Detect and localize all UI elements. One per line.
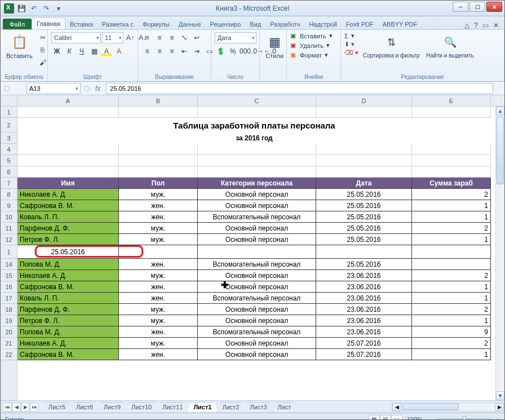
cell[interactable]: Основной персонал	[198, 281, 316, 293]
tab-home[interactable]: Главная	[32, 17, 65, 29]
cell[interactable]: 1	[412, 281, 491, 293]
window-restore-icon[interactable]: ▭	[482, 21, 489, 29]
cell[interactable]: Петров Ф. Л.	[17, 234, 119, 245]
cell[interactable]	[198, 155, 316, 166]
cell[interactable]: Сафронова В. М.	[17, 349, 119, 360]
row-header[interactable]: 21	[1, 338, 17, 349]
comma-icon[interactable]: 000	[240, 46, 251, 57]
view-layout-icon[interactable]: ▤	[380, 415, 391, 421]
cell[interactable]	[119, 144, 198, 155]
fx-icon[interactable]: fx	[95, 85, 100, 92]
percent-icon[interactable]: %	[227, 46, 238, 57]
view-normal-icon[interactable]: ▦	[369, 415, 380, 421]
tab-data[interactable]: Данные	[174, 19, 206, 29]
cell[interactable]: Основной персонал	[198, 234, 316, 245]
cell[interactable]	[198, 107, 316, 118]
scroll-thumb[interactable]	[497, 117, 504, 184]
sheet-tab[interactable]: Лист8	[70, 402, 99, 412]
insert-cells-button[interactable]: ▣ Вставить ▾	[290, 32, 333, 39]
row-header[interactable]: 7	[1, 178, 17, 189]
cell[interactable]	[17, 155, 119, 166]
row-header[interactable]: 11	[1, 223, 17, 234]
cell[interactable]: Сафронова В. М.	[17, 281, 119, 293]
cell[interactable]: Основной персонал	[198, 349, 316, 360]
row-header[interactable]: 14	[1, 259, 17, 270]
row-header[interactable]: 4	[1, 144, 17, 155]
cell[interactable]: 25.07.2016	[316, 338, 412, 349]
view-pagebreak-icon[interactable]: ▭	[391, 415, 402, 421]
cell[interactable]: 9	[412, 326, 491, 338]
row-header[interactable]: 1	[1, 107, 17, 118]
bold-button[interactable]: Ж	[51, 46, 63, 57]
cell[interactable]	[119, 155, 198, 166]
file-tab[interactable]: Файл	[3, 19, 32, 29]
sheet-tab[interactable]: Лист11	[156, 402, 189, 412]
cell[interactable]	[17, 166, 119, 178]
row-header[interactable]: 12	[1, 234, 17, 245]
zoom-in-button[interactable]: +	[497, 416, 500, 421]
tab-formulas[interactable]: Формулы	[138, 19, 174, 29]
tab-developer[interactable]: Разработч	[265, 19, 304, 29]
cell[interactable]	[17, 107, 119, 118]
cell[interactable]: Имя	[17, 178, 119, 189]
row-header[interactable]: 6	[1, 166, 17, 178]
grow-font-icon[interactable]: A↑	[125, 32, 136, 43]
align-top-icon[interactable]: ≡	[141, 32, 153, 43]
format-cells-button[interactable]: ▣ Формат ▾	[290, 51, 328, 59]
align-center-icon[interactable]: ≡	[154, 46, 165, 57]
cell[interactable]: 25.05.2016	[316, 234, 412, 245]
cell[interactable]: 2	[412, 338, 491, 349]
row-header[interactable]: 9	[1, 200, 17, 211]
cell[interactable]: 25.05.2016	[316, 211, 412, 223]
tab-review[interactable]: Рецензиро	[206, 19, 246, 29]
underline-button[interactable]: Ч	[76, 46, 87, 57]
cell[interactable]	[316, 144, 412, 155]
cell[interactable]: Вспомогательный персонал	[198, 259, 316, 270]
row-header[interactable]: 16	[1, 281, 17, 293]
cell[interactable]: жен.	[119, 259, 198, 270]
cell[interactable]	[119, 107, 198, 118]
cell[interactable]	[316, 107, 412, 118]
fill-color-icon[interactable]: A	[101, 46, 112, 57]
qat-dropdown-icon[interactable]: ▾	[54, 3, 64, 14]
sort-filter-button[interactable]: ⇅Сортировка и фильтр	[361, 32, 422, 60]
tab-nav-first-icon[interactable]: ⏮	[3, 403, 12, 412]
cell[interactable]	[119, 245, 198, 259]
cell[interactable]: Сумма зараб	[412, 178, 491, 189]
cell[interactable]: муж.	[119, 189, 198, 200]
cell[interactable]: Дата	[316, 178, 412, 189]
minimize-ribbon-icon[interactable]: △	[464, 21, 469, 29]
cell[interactable]	[198, 245, 316, 259]
cell[interactable]: 2	[412, 189, 491, 200]
row-header[interactable]: 17	[1, 293, 17, 304]
indent-inc-icon[interactable]: ⇥	[191, 46, 202, 57]
undo-icon[interactable]: ↶	[29, 3, 39, 14]
select-all-corner[interactable]	[4, 86, 10, 91]
font-name-combo[interactable]: Calibri	[51, 32, 101, 43]
row-header[interactable]: 18	[1, 304, 17, 315]
delete-cells-button[interactable]: ▣ Удалить ▾	[290, 42, 330, 49]
cell[interactable]: 1	[412, 315, 491, 326]
cell[interactable]	[316, 155, 412, 166]
align-bottom-icon[interactable]: ≡	[166, 32, 178, 43]
cell[interactable]: 2	[412, 270, 491, 281]
sheet-tab[interactable]: Лист10	[125, 402, 158, 412]
cell[interactable]	[412, 107, 491, 118]
formula-input[interactable]: 25.05.2016	[106, 83, 493, 94]
cell[interactable]: жен.	[119, 281, 198, 293]
cell[interactable]: Вспомогательный персонал	[198, 293, 316, 304]
cell[interactable]: Николаев А. Д.	[17, 189, 119, 200]
col-header-A[interactable]: A	[17, 95, 119, 106]
cell[interactable]: муж.	[119, 304, 198, 315]
cell[interactable]: 23.06.2016	[316, 281, 412, 293]
cell[interactable]: муж.	[119, 315, 198, 326]
cell[interactable]: Петров Ф. Л.	[17, 315, 119, 326]
cell[interactable]: 2	[412, 304, 491, 315]
cell[interactable]: Николаев А. Д.	[17, 338, 119, 349]
tab-abbyy[interactable]: ABBYY PDF	[378, 19, 422, 29]
name-box[interactable]: A13	[26, 83, 81, 94]
cell[interactable]: муж.	[119, 270, 198, 281]
cell[interactable]: 25.05.2016	[17, 245, 119, 259]
minimize-button[interactable]: ─	[453, 2, 468, 12]
cell[interactable]: жен.	[119, 326, 198, 338]
